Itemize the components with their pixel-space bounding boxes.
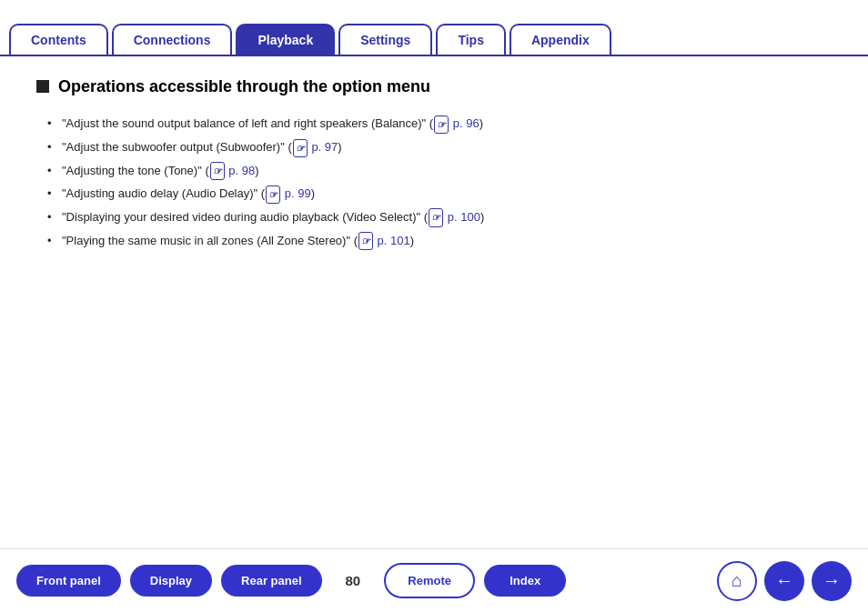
forward-button[interactable]: → (812, 561, 852, 601)
bottom-nav-left: Front panel Display Rear panel 80 Remote… (16, 563, 566, 598)
list-item: "Adjust the sound output balance of left… (62, 114, 832, 134)
home-button[interactable]: ⌂ (717, 561, 757, 601)
bullet-text: "Adjusting audio delay (Audio Delay)" (☞… (62, 186, 315, 200)
tab-navigation: ContentsConnectionsPlaybackSettingsTipsA… (0, 0, 868, 56)
list-item: "Adjust the subwoofer output (Subwoofer)… (62, 137, 832, 157)
main-content: Operations accessible through the option… (0, 56, 868, 547)
bottom-bar: Front panel Display Rear panel 80 Remote… (0, 548, 868, 612)
bottom-nav-right: ⌂ ← → (717, 561, 852, 601)
tab-appendix[interactable]: Appendix (510, 24, 611, 55)
ref-icon: ☞ (210, 162, 225, 180)
ref-icon: ☞ (358, 232, 373, 250)
ref-icon: ☞ (266, 186, 280, 204)
block-icon (36, 80, 49, 93)
list-item: "Adjusting the tone (Tone)" (☞ p. 98) (62, 161, 832, 181)
page-ref: p. 98 (228, 164, 255, 177)
tab-tips[interactable]: Tips (436, 24, 506, 55)
ref-icon: ☞ (293, 139, 308, 157)
page-ref: p. 96 (453, 116, 479, 130)
ref-icon: ☞ (429, 208, 443, 226)
bullet-list: "Adjust the sound output balance of left… (36, 114, 832, 250)
page-ref: p. 97 (311, 140, 338, 154)
ref-icon: ☞ (434, 115, 449, 134)
list-item: "Displaying your desired video during au… (62, 207, 832, 227)
tab-contents[interactable]: Contents (9, 24, 108, 55)
list-item: "Adjusting audio delay (Audio Delay)" (☞… (62, 184, 832, 204)
tab-playback[interactable]: Playback (236, 24, 335, 55)
page-ref: p. 100 (448, 210, 480, 224)
display-button[interactable]: Display (130, 565, 212, 597)
page-ref: p. 99 (285, 186, 311, 200)
tab-connections[interactable]: Connections (112, 24, 233, 55)
remote-button[interactable]: Remote (384, 563, 475, 598)
section-title: Operations accessible through the option… (58, 76, 430, 97)
page-number: 80 (346, 573, 361, 588)
index-button[interactable]: Index (484, 565, 566, 597)
section-header: Operations accessible through the option… (36, 76, 832, 97)
rear-panel-button[interactable]: Rear panel (221, 565, 321, 597)
bullet-text: "Adjust the sound output balance of left… (62, 116, 483, 130)
list-item: "Playing the same music in all zones (Al… (62, 231, 832, 251)
page-ref: p. 101 (378, 234, 410, 247)
tab-settings[interactable]: Settings (338, 24, 432, 55)
bullet-text: "Adjust the subwoofer output (Subwoofer)… (62, 140, 342, 154)
back-button[interactable]: ← (764, 561, 804, 601)
bullet-text: "Playing the same music in all zones (Al… (62, 234, 414, 247)
bullet-text: "Adjusting the tone (Tone)" (☞ p. 98) (62, 164, 259, 177)
front-panel-button[interactable]: Front panel (16, 565, 121, 597)
bullet-text: "Displaying your desired video during au… (62, 210, 484, 224)
